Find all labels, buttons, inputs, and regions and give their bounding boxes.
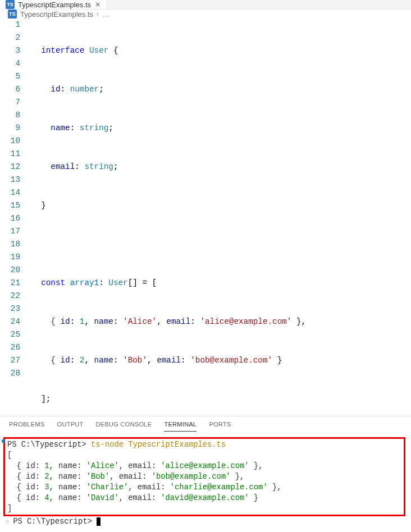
tab-ports[interactable]: PORTS (209, 421, 231, 432)
tab-terminal[interactable]: TERMINAL (164, 421, 197, 432)
close-icon[interactable]: × (94, 0, 101, 9)
tab-typescriptexamples[interactable]: TS TypescriptExamples.ts × (0, 0, 107, 9)
breadcrumb-more: … (102, 10, 109, 19)
terminal-active-dot-icon (2, 439, 5, 443)
typescript-file-icon: TS (8, 10, 17, 19)
tab-output[interactable]: OUTPUT (57, 421, 84, 432)
terminal[interactable]: PS C:\Typescript> ts-node TypescriptExam… (0, 435, 411, 532)
editor-tabs-bar: TS TypescriptExamples.ts × (0, 0, 411, 10)
terminal-cursor (97, 517, 101, 526)
panel-tabs: PROBLEMS OUTPUT DEBUG CONSOLE TERMINAL P… (0, 416, 411, 435)
line-number-gutter: 12345 678910 1112131415 1617181920 21222… (0, 19, 31, 416)
tab-debug-console[interactable]: DEBUG CONSOLE (96, 421, 152, 432)
breadcrumb-filename: TypescriptExamples.ts (20, 10, 93, 19)
chevron-right-icon: › (97, 10, 99, 18)
code-editor[interactable]: 12345 678910 1112131415 1617181920 21222… (0, 19, 411, 416)
tab-filename: TypescriptExamples.ts (18, 1, 91, 9)
highlight-box: PS C:\Typescript> ts-node TypescriptExam… (3, 437, 405, 516)
prompt-indicator-icon: ○ (6, 519, 13, 525)
bottom-panel: PROBLEMS OUTPUT DEBUG CONSOLE TERMINAL P… (0, 416, 411, 532)
breadcrumb[interactable]: TS TypescriptExamples.ts › … (0, 10, 411, 19)
tab-problems[interactable]: PROBLEMS (9, 421, 45, 432)
typescript-file-icon: TS (6, 0, 15, 9)
code-content[interactable]: interface User { id: number; name: strin… (31, 19, 411, 416)
